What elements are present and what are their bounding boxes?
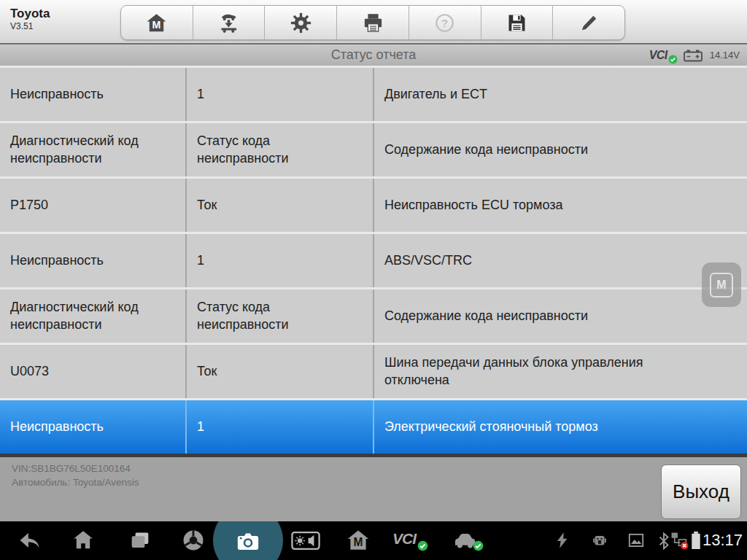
vehicle-check-icon [473,540,484,551]
vin-text: VIN:SB1BG76L50E100164 [12,462,139,475]
help-icon: ? [433,12,456,34]
table-cell: P1750 [0,179,187,232]
table-cell: Статус кода неисправности [187,289,374,343]
vci-label: VCI [649,49,667,61]
table-cell: Электрический стояночный тормоз [374,400,747,454]
brand-block: Toyota V3.51 [10,7,50,31]
top-bar: Toyota V3.51 M [0,0,747,43]
android-navbar: M VCI 13:1 [0,521,747,560]
status-cluster: VCI 14.14V [649,44,740,66]
settings-button[interactable] [265,6,337,39]
maxisys-home-icon[interactable]: M [346,528,371,553]
table-row[interactable]: Неисправность 1 ABS/VSC/TRC [0,234,747,287]
svg-text:M: M [152,18,161,30]
print-icon [362,12,384,34]
table-cell: Диагностический код неисправности [0,289,187,343]
table-cell: Статус кода неисправности [187,123,374,176]
table-cell: Диагностический код неисправности [0,123,187,176]
help-button[interactable]: ? [409,6,481,39]
table-row[interactable]: Диагностический код неисправности Статус… [0,123,747,176]
table-row-selected[interactable]: Неисправность 1 Электрический стояночный… [0,400,747,454]
table-cell: Содержание кода неисправности [374,123,747,176]
app-version: V3.51 [10,21,50,31]
table-cell: Неисправность [0,234,187,287]
table-cell: U0073 [0,345,187,398]
svg-text:?: ? [441,17,448,29]
edit-pen-icon [578,12,600,34]
battery-status-icon [690,530,702,551]
vci-check-icon [417,540,428,551]
table-row[interactable]: P1750 Ток Неисправность ECU тормоза [0,179,747,232]
table-cell: ABS/VSC/TRC [374,234,747,287]
battery-voltage: 14.14V [710,50,740,61]
exit-button[interactable]: Выход [661,464,741,519]
vci-status-label: VCI [392,530,416,548]
vehicle-download-icon [217,12,240,34]
table-cell: 1 [187,400,374,454]
home-icon: M [145,12,168,34]
table-cell: Шина передачи данных блока управления от… [374,345,747,398]
table-cell: Неисправность ECU тормоза [374,179,747,232]
svg-text:M: M [354,536,363,548]
vci-connection-error-icon [670,531,689,551]
table-cell: Содержание кода неисправности [374,289,747,343]
save-button[interactable] [481,6,554,39]
floating-assist-button[interactable]: M [702,262,741,307]
toolbar: M [120,5,625,40]
table-cell: Ток [187,179,374,232]
table-cell: Неисправность [0,68,187,121]
table-row[interactable]: Неисправность 1 Двигатель и ECT [0,68,747,121]
vehicle-text: Автомобиль: Toyota/Avensis [12,475,139,489]
settings-gear-icon [290,12,312,34]
page-title: Статус отчета [0,44,747,66]
bluetooth-icon [657,532,670,551]
vehicle-info: VIN:SB1BG76L50E100164 Автомобиль: Toyota… [12,462,139,489]
gallery-icon [627,531,646,550]
footer-bar: VIN:SB1BG76L50E100164 Автомобиль: Toyota… [0,454,747,521]
table-cell: 1 [187,234,374,287]
check-badge-icon [668,55,678,64]
title-bar: Статус отчета VCI 14.14V [0,44,747,66]
dtc-table: Неисправность 1 Двигатель и ECT Диагност… [0,66,747,454]
table-row[interactable]: U0073 Ток Шина передачи данных блока упр… [0,345,747,398]
maxisys-m-icon: M [710,273,733,298]
browser-icon[interactable] [181,528,206,553]
brightness-volume-icon[interactable] [291,531,320,551]
brand-name: Toyota [10,7,50,21]
recent-apps-icon[interactable] [128,528,152,553]
back-icon[interactable] [18,528,42,553]
table-cell: Ток [187,345,374,398]
vci-status: VCI [649,49,676,62]
flash-icon [553,531,572,550]
save-icon [506,12,528,34]
edit-button[interactable] [553,6,624,39]
clock: 13:17 [703,531,743,550]
table-row[interactable]: Диагностический код неисправности Статус… [0,289,747,343]
print-button[interactable] [337,6,409,39]
car-battery-icon [683,48,703,62]
screenshot-camera-icon[interactable] [233,529,263,553]
table-cell: Неисправность [0,400,187,454]
table-cell: Двигатель и ECT [374,68,747,121]
robot-battery-icon [590,531,609,550]
vehicle-button[interactable] [193,6,266,39]
home-button[interactable]: M [121,6,193,39]
table-cell: 1 [187,68,374,121]
android-home-icon[interactable] [71,528,96,553]
